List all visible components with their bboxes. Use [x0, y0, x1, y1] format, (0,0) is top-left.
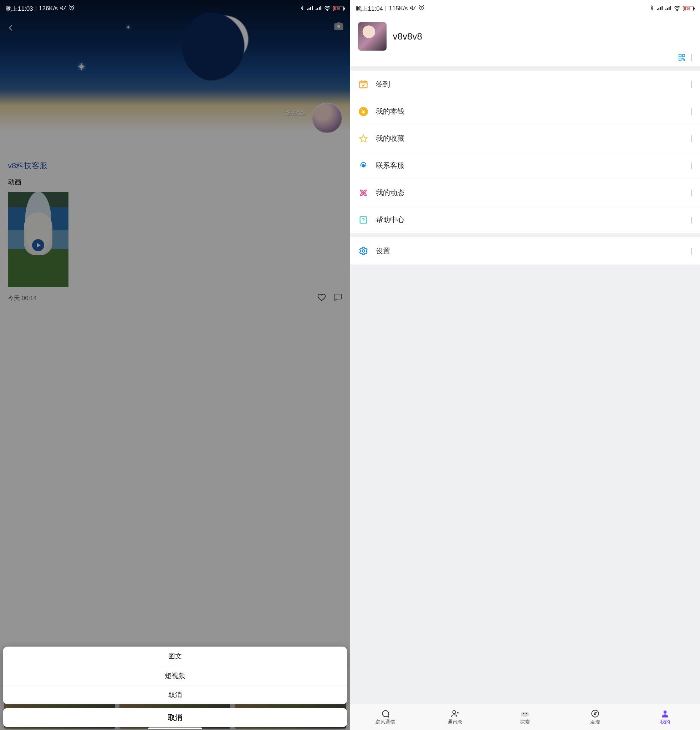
- menu-label: 我的动态: [376, 188, 685, 197]
- menu-item-checkin[interactable]: 签到: [350, 70, 700, 98]
- chevron-right-icon: [691, 217, 692, 223]
- battery-icon: 16: [333, 6, 344, 11]
- svg-rect-16: [660, 7, 661, 10]
- status-separator: |: [385, 5, 387, 12]
- svg-rect-4: [310, 7, 311, 10]
- menu-label: 签到: [376, 79, 685, 89]
- chevron-right-icon: [691, 54, 692, 61]
- tab-label: 发现: [590, 719, 600, 726]
- tab-discover[interactable]: 发现: [560, 704, 630, 730]
- tab-label: 逆风通信: [375, 719, 395, 726]
- battery-icon: 16: [683, 6, 694, 11]
- contacts-icon: [450, 709, 460, 718]
- bluetooth-icon: [300, 4, 304, 13]
- svg-rect-21: [670, 6, 671, 10]
- svg-rect-18: [665, 9, 666, 10]
- menu-item-settings[interactable]: 设置: [350, 237, 700, 264]
- svg-point-38: [526, 713, 527, 714]
- svg-rect-6: [315, 9, 316, 10]
- menu-label: 我的收藏: [376, 134, 685, 143]
- signal-icon-2: [665, 5, 671, 12]
- svg-rect-27: [684, 60, 685, 61]
- mute-icon: [410, 4, 416, 13]
- sheet-option-cancel[interactable]: 取消: [3, 685, 347, 704]
- status-time: 晚上11:03: [6, 4, 33, 13]
- chevron-right-icon: [691, 190, 692, 196]
- menu-section-1: 签到 ¥ 我的零钱 我的收藏 联系客服: [350, 70, 700, 233]
- home-indicator[interactable]: [148, 727, 202, 729]
- signal-icon-1: [656, 5, 663, 12]
- svg-rect-14: [657, 9, 658, 10]
- svg-rect-19: [667, 8, 668, 10]
- help-icon: [358, 215, 369, 225]
- chat-bubble-icon: [380, 709, 390, 718]
- empty-area: [350, 264, 700, 704]
- tab-label: 通讯录: [447, 719, 462, 726]
- profile-avatar[interactable]: [358, 22, 387, 51]
- alarm-icon: [69, 4, 75, 13]
- svg-point-35: [453, 710, 456, 714]
- svg-point-10: [327, 10, 327, 10]
- menu-item-moments[interactable]: 我的动态: [358, 179, 700, 206]
- status-left: 晚上11:03 | 126K/s: [6, 4, 75, 13]
- menu-label: 帮助中心: [376, 215, 685, 225]
- menu-item-help[interactable]: 帮助中心: [358, 206, 700, 233]
- phone-left-moments: 晚上11:03 | 126K/s: [0, 0, 350, 730]
- status-network-speed: 126K/s: [39, 5, 58, 12]
- svg-rect-3: [308, 8, 310, 10]
- svg-rect-20: [669, 7, 670, 10]
- profile-qr-row[interactable]: [350, 53, 700, 66]
- wallet-icon: ¥: [358, 106, 369, 117]
- menu-item-wallet[interactable]: ¥ 我的零钱: [358, 98, 700, 125]
- profile-screen: 晚上11:04 | 115K/s: [350, 0, 700, 730]
- section-gap: [350, 233, 700, 237]
- section-gap: [350, 66, 700, 70]
- tab-label: 探索: [520, 719, 530, 726]
- svg-rect-24: [682, 54, 685, 57]
- qr-code-icon[interactable]: [678, 54, 686, 61]
- calendar-check-icon: [358, 79, 369, 89]
- menu-label: 联系客服: [376, 161, 685, 170]
- menu-label: 设置: [376, 246, 685, 256]
- svg-point-32: [364, 167, 365, 168]
- bluetooth-icon: [649, 4, 654, 13]
- menu-item-support[interactable]: 联系客服: [358, 152, 700, 179]
- svg-point-36: [521, 712, 529, 717]
- svg-rect-5: [312, 6, 313, 10]
- svg-line-0: [63, 6, 66, 10]
- status-bar: 晚上11:03 | 126K/s: [0, 0, 350, 17]
- tab-contacts[interactable]: 通讯录: [420, 704, 490, 730]
- status-right: 16: [649, 4, 694, 13]
- tab-me[interactable]: 我的: [630, 704, 700, 730]
- person-icon: [661, 709, 670, 718]
- chevron-right-icon: [691, 248, 692, 254]
- svg-rect-8: [319, 7, 320, 10]
- chevron-right-icon: [691, 81, 692, 87]
- phone-right-profile: 晚上11:04 | 115K/s: [350, 0, 700, 730]
- status-bar: 晚上11:04 | 115K/s: [350, 0, 700, 17]
- menu-section-2: 设置: [350, 237, 700, 264]
- star-icon: [358, 133, 369, 144]
- sheet-option-image-text[interactable]: 图文: [3, 647, 347, 666]
- signal-icon-2: [315, 5, 322, 12]
- svg-rect-7: [317, 8, 318, 10]
- modal-scrim[interactable]: [0, 0, 350, 730]
- gear-icon: [358, 245, 369, 256]
- svg-line-12: [414, 6, 416, 10]
- menu-item-favorites[interactable]: 我的收藏: [358, 125, 700, 152]
- svg-rect-25: [679, 58, 681, 60]
- sheet-option-short-video[interactable]: 短视频: [3, 666, 347, 685]
- svg-point-40: [663, 710, 666, 714]
- menu-label: 我的零钱: [376, 107, 685, 116]
- moments-screen: 晚上11:03 | 126K/s: [0, 0, 350, 730]
- svg-point-31: [362, 164, 365, 167]
- svg-rect-23: [679, 54, 681, 57]
- tab-explore[interactable]: 探索: [490, 704, 560, 730]
- bottom-tab-bar: 逆风通信 通讯录 探索 发现: [350, 704, 700, 730]
- status-left: 晚上11:04 | 115K/s: [356, 4, 425, 13]
- svg-point-22: [677, 10, 678, 10]
- status-network-speed: 115K/s: [389, 5, 408, 12]
- tab-chat[interactable]: 逆风通信: [350, 704, 420, 730]
- sheet-cancel-button[interactable]: 取消: [3, 708, 347, 727]
- alarm-icon: [418, 4, 425, 13]
